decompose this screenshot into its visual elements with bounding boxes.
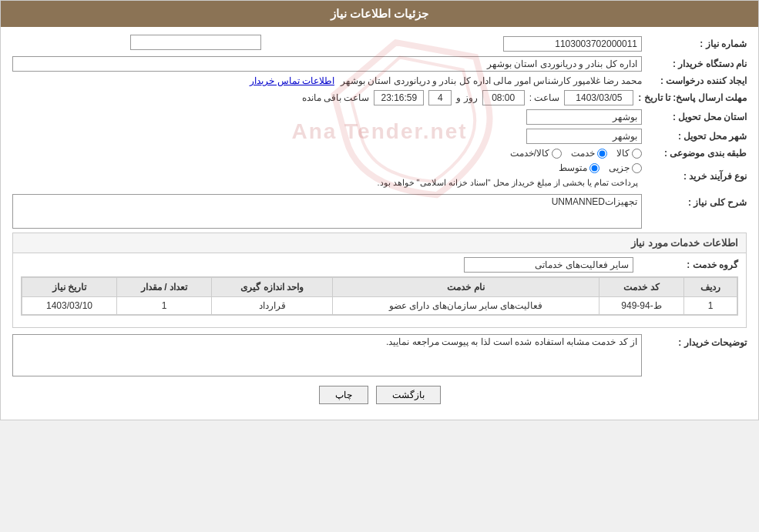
sharh-text: تجهیزاتUNMANNED (552, 196, 637, 207)
sharh-value-cell: تجهیزاتUNMANNED (12, 194, 642, 229)
farayand-label: نوع فرآیند خرید : (646, 171, 747, 182)
row-shahr: شهر محل تحویل : بوشهر (12, 129, 747, 144)
col-unit: واحد اندازه گیری (211, 278, 332, 297)
cell-name: فعالیت‌های سایر سازمان‌های دارای عضو (333, 297, 599, 315)
print-button[interactable]: چاپ (319, 386, 368, 404)
page-wrapper: جزئیات اطلاعات نیاز Ana Tender.net شماره… (0, 0, 759, 420)
cell-count: 1 (117, 297, 212, 315)
row-farayand: نوع فرآیند خرید : جزیی متوسط پرداخت تمام… (12, 162, 747, 190)
dastgah-value-cell: اداره کل بنادر و دریانوردی استان بوشهر (12, 56, 642, 72)
dastgah-value: اداره کل بنادر و دریانوردی استان بوشهر (12, 56, 642, 72)
col-date: تاریخ نیاز (22, 278, 117, 297)
radio-mottasat-input[interactable] (589, 163, 599, 173)
khadamat-section-title: اطلاعات خدمات مورد نیاز (12, 233, 747, 253)
radio-khedmat-input[interactable] (597, 149, 607, 159)
days-label: روز و (456, 92, 477, 103)
days-value: 4 (428, 90, 452, 105)
etelaat-link[interactable]: اطلاعات تماس خریدار (250, 75, 334, 86)
back-button[interactable]: بازگشت (376, 386, 441, 404)
ijad-value: محمد رضا غلامپور کارشناس امور مالی اداره… (341, 75, 642, 86)
countdown-value: 23:16:59 (374, 90, 424, 105)
page-header: جزئیات اطلاعات نیاز (1, 1, 758, 27)
cell-date: 1403/03/10 (22, 297, 117, 315)
row-ijad: ایجاد کننده درخواست : محمد رضا غلامپور ک… (12, 75, 747, 86)
sharh-value: تجهیزاتUNMANNED (12, 194, 642, 229)
announcement-value-cell (12, 35, 261, 52)
table-row: 1 ط-94-949 فعالیت‌های سایر سازمان‌های دا… (22, 297, 737, 315)
main-info-wrapper: Ana Tender.net شماره نیاز : 110300370200… (12, 35, 747, 229)
row-shomara: شماره نیاز : 1103003702000011 (12, 35, 747, 52)
ijad-label: ایجاد کننده درخواست : (646, 75, 747, 86)
buyer-desc-value-cell: از کد خدمت مشابه استفاده شده است لذا به … (12, 334, 642, 376)
date-value: 1403/03/05 (564, 90, 633, 105)
radio-mottasat: متوسط (559, 162, 599, 173)
time-value: 08:00 (482, 90, 525, 105)
col-code: کد خدمت (599, 278, 684, 297)
sharh-label: شرح کلی نیاز : (646, 194, 747, 208)
col-radif: ردیف (684, 278, 737, 297)
buyer-desc-label: توضیحات خریدار : (646, 334, 747, 348)
radio-khedmat: خدمت (571, 148, 607, 159)
col-count: تعداد / مقدار (117, 278, 212, 297)
radio-kala-khedmat: کالا/خدمت (510, 148, 562, 159)
cell-radif: 1 (684, 297, 737, 315)
radio-kala-khedmat-input[interactable] (552, 149, 562, 159)
row-goroh: گروه خدمت : سایر فعالیت‌های خدماتی (21, 257, 738, 273)
time-label: ساعت : (529, 92, 560, 103)
mohlet-value-cell: 1403/03/05 ساعت : 08:00 روز و 4 23:16:59… (12, 90, 633, 105)
buttons-row: بازگشت چاپ (12, 386, 747, 404)
radio-jozei-label: جزیی (609, 162, 630, 173)
shahr-value-cell: بوشهر (12, 129, 642, 144)
radio-jozei: جزیی (609, 162, 642, 173)
row-mohlet: مهلت ارسال پاسخ: تا تاریخ : 1403/03/05 س… (12, 90, 747, 105)
buyer-desc-box: از کد خدمت مشابه استفاده شده است لذا به … (12, 334, 642, 376)
page-title: جزئیات اطلاعات نیاز (331, 7, 428, 20)
row-dastgah: نام دستگاه خریدار : اداره کل بنادر و دری… (12, 56, 747, 72)
row-buyer-desc: توضیحات خریدار : از کد خدمت مشابه استفاد… (12, 334, 747, 376)
mohlet-label: مهلت ارسال پاسخ: تا تاریخ : (638, 92, 747, 103)
radio-jozei-input[interactable] (632, 163, 642, 173)
farayand-value-cell: جزیی متوسط پرداخت تمام یا بخشی از مبلغ خ… (12, 162, 642, 190)
buyer-desc-text: از کد خدمت مشابه استفاده شده است لذا به … (386, 336, 637, 347)
goroh-value: سایر فعالیت‌های خدماتی (464, 257, 633, 273)
radio-kala-input[interactable] (632, 149, 642, 159)
goroh-label: گروه خدمت : (638, 259, 738, 270)
taba-label: طبقه بندی موضوعی : (646, 148, 747, 159)
services-table: ردیف کد خدمت نام خدمت واحد اندازه گیری ت… (22, 277, 737, 315)
ostan-value: بوشهر (526, 109, 642, 125)
ostan-label: استان محل تحویل : (646, 112, 747, 122)
row-taba: طبقه بندی موضوعی : کالا خدمت کالا/خدمت (12, 148, 747, 159)
farayand-radios: جزیی متوسط (12, 162, 642, 173)
announcement-value (130, 35, 261, 50)
shomara-label: شماره نیاز : (646, 38, 747, 49)
ostan-value-cell: بوشهر (12, 109, 642, 125)
dastgah-label: نام دستگاه خریدار : (646, 59, 747, 69)
radio-kala-label: کالا (616, 148, 630, 159)
shomara-value: 1103003702000011 (503, 36, 642, 52)
remaining-label: ساعت باقی مانده (302, 92, 370, 103)
farayand-note: پرداخت تمام یا بخشی از مبلغ خریداز محل "… (12, 176, 642, 190)
content-area: Ana Tender.net شماره نیاز : 110300370200… (1, 27, 758, 420)
taba-value-cell: کالا خدمت کالا/خدمت (12, 148, 642, 159)
ijad-value-cell: محمد رضا غلامپور کارشناس امور مالی اداره… (12, 75, 642, 86)
cell-unit: قرارداد (211, 297, 332, 315)
table-header-row: ردیف کد خدمت نام خدمت واحد اندازه گیری ت… (22, 278, 737, 297)
shomara-value-cell: 1103003702000011 (394, 36, 643, 52)
khadamat-group: گروه خدمت : سایر فعالیت‌های خدماتی ردیف … (12, 253, 747, 328)
shahr-value: بوشهر (526, 129, 642, 144)
radio-kala-khedmat-label: کالا/خدمت (510, 148, 549, 159)
cell-code: ط-94-949 (599, 297, 684, 315)
services-table-wrapper: ردیف کد خدمت نام خدمت واحد اندازه گیری ت… (21, 276, 738, 316)
radio-khedmat-label: خدمت (571, 148, 595, 159)
shahr-label: شهر محل تحویل : (646, 131, 747, 142)
goroh-value-cell: سایر فعالیت‌های خدماتی (21, 257, 633, 273)
radio-mottasat-label: متوسط (559, 162, 587, 173)
radio-kala: کالا (616, 148, 642, 159)
col-name: نام خدمت (333, 278, 599, 297)
row-ostan: استان محل تحویل : بوشهر (12, 109, 747, 125)
row-sharh: شرح کلی نیاز : تجهیزاتUNMANNED (12, 194, 747, 229)
